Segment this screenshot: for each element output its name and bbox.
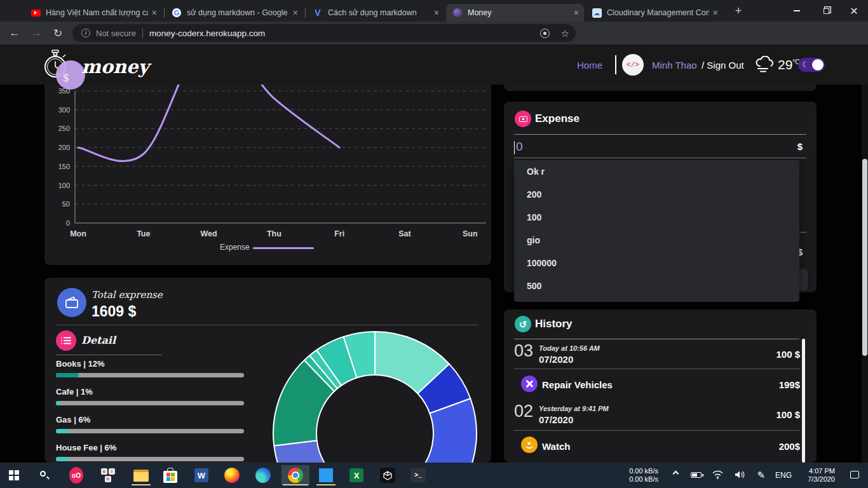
word-icon[interactable]: W	[187, 465, 215, 485]
browser-tab-strip: Hàng Việt Nam chất lượng cao × G sử dụng…	[0, 0, 868, 22]
restore-button[interactable]	[812, 0, 840, 22]
new-tab-button[interactable]: +	[729, 4, 747, 17]
reload-icon[interactable]: ↻	[51, 26, 65, 40]
file-explorer-icon[interactable]	[127, 465, 155, 485]
bar-house-fee	[56, 457, 244, 461]
bar-label-gas: Gas | 6%	[56, 415, 90, 424]
network-speed-monitor[interactable]: 0.00 kB/s 0.00 kB/s	[629, 467, 658, 484]
volume-icon[interactable]	[735, 470, 745, 481]
money-favicon	[452, 8, 463, 18]
minimize-button[interactable]	[783, 0, 811, 22]
banknote-icon	[515, 111, 531, 127]
keyboard-layout-icon[interactable]: uin	[94, 465, 122, 485]
form-divider	[514, 134, 806, 135]
tray-chevron-icon[interactable]	[674, 471, 680, 478]
tab-title: Hàng Việt Nam chất lượng cao	[46, 8, 148, 17]
history-row-divider	[514, 430, 799, 431]
tab-close-icon[interactable]: ×	[434, 8, 439, 18]
detail-list-icon	[56, 330, 76, 351]
bar-gas	[56, 429, 244, 433]
dropdown-option[interactable]: 100000	[514, 252, 799, 274]
omnibox-divider	[142, 28, 143, 38]
total-expense-card: Total exprense 1609 $ Detail Books | 12%…	[44, 278, 491, 463]
clock[interactable]: 4:07 PM 7/3/2020	[808, 467, 835, 484]
expense-form-title: Expense	[535, 112, 580, 125]
nav-home-link[interactable]: Home	[577, 60, 602, 71]
svg-text:150: 150	[58, 163, 70, 170]
terminal-icon[interactable]: >_	[404, 465, 432, 485]
forward-icon[interactable]: →	[29, 26, 43, 40]
action-center-icon[interactable]	[850, 471, 859, 478]
tray-date: 7/3/2020	[808, 475, 835, 484]
tab-close-icon[interactable]: ×	[713, 8, 718, 18]
history-item-name: Repair Vehicles	[542, 379, 613, 390]
page-scrollbar-track[interactable]	[862, 44, 868, 463]
edge-icon[interactable]	[249, 465, 277, 485]
svg-text:Thu: Thu	[267, 229, 281, 238]
amount-input[interactable]: 0 $	[514, 140, 806, 156]
tab-money-active[interactable]: Money ×	[446, 4, 584, 22]
code-badge-icon[interactable]: </>	[622, 54, 644, 76]
3d-viewer-icon[interactable]	[374, 465, 402, 485]
chrome-icon-active[interactable]	[281, 465, 309, 485]
vscode-icon[interactable]	[312, 465, 340, 485]
chart-legend-label[interactable]: Expense	[220, 243, 250, 252]
dropdown-option[interactable]: gio	[514, 229, 799, 252]
info-icon[interactable]: i	[81, 29, 90, 37]
microsoft-store-icon[interactable]	[156, 465, 184, 485]
dropdown-option[interactable]: 100	[514, 206, 799, 229]
user-name-link[interactable]: Minh Thao	[652, 60, 697, 71]
tab-title: Money	[468, 8, 570, 17]
money-app-page: $ money Home </> Minh Thao / Sign Out 29…	[0, 44, 868, 463]
excel-icon[interactable]: X	[342, 465, 370, 485]
svg-text:Wed: Wed	[201, 229, 217, 238]
tab-cloudinary[interactable]: ☁ Cloudinary Management Cons ×	[585, 4, 723, 22]
wifi-icon[interactable]	[712, 470, 723, 481]
chart-legend-line	[253, 247, 314, 249]
header-divider	[615, 55, 616, 74]
language-indicator[interactable]: ENG	[775, 471, 792, 480]
pen-icon[interactable]: ✎	[757, 470, 765, 481]
tab-close-icon[interactable]: ×	[574, 8, 579, 18]
svg-text:50: 50	[62, 200, 70, 208]
tab-markdown[interactable]: V Cách sử dụng markdown ×	[306, 4, 444, 22]
amount-underline	[514, 158, 806, 158]
unikey-icon[interactable]: oO	[62, 465, 90, 485]
tab-google-search[interactable]: G sử dụng markdown - Google S ×	[165, 4, 303, 22]
svg-text:100: 100	[58, 182, 70, 189]
start-button[interactable]	[0, 465, 28, 485]
site-header: $ money Home </> Minh Thao / Sign Out 29…	[0, 44, 868, 85]
page-scrollbar-thumb[interactable]	[862, 159, 867, 356]
history-when: Today at 10:56 AM	[539, 344, 600, 352]
bar-label-cafe: Cafe | 1%	[56, 387, 93, 396]
dark-mode-toggle[interactable]: ☾	[798, 58, 825, 72]
dropdown-option[interactable]: 500	[514, 274, 799, 297]
history-row-divider	[514, 369, 799, 369]
dropdown-option[interactable]: Ok r	[514, 160, 799, 183]
currency-symbol: $	[797, 141, 803, 152]
history-scrollbar[interactable]	[802, 339, 805, 463]
dropdown-option[interactable]: 200	[514, 183, 799, 206]
svg-text:Sun: Sun	[463, 229, 478, 238]
browser-toolbar: ← → ↻ i Not secure money-coderx.herokuap…	[0, 22, 868, 44]
sign-out-link[interactable]: / Sign Out	[702, 60, 744, 71]
back-icon[interactable]: ←	[8, 26, 22, 40]
close-window-button[interactable]: ✕	[840, 0, 868, 22]
tab-youtube[interactable]: Hàng Việt Nam chất lượng cao ×	[24, 4, 162, 22]
tab-title: Cách sử dụng markdown	[328, 8, 430, 17]
tab-close-icon[interactable]: ×	[152, 8, 157, 18]
youtube-favicon	[31, 8, 41, 18]
text-caret	[514, 141, 515, 154]
bar-label-books: Books | 12%	[56, 359, 105, 369]
net-down: 0.00 kB/s	[629, 475, 658, 484]
firefox-icon[interactable]	[218, 465, 246, 485]
bookmark-star-icon[interactable]: ☆	[561, 29, 569, 38]
expense-doughnut-chart	[271, 330, 478, 463]
battery-icon[interactable]	[691, 472, 702, 478]
search-icon[interactable]	[31, 465, 58, 485]
tab-close-icon[interactable]: ×	[293, 8, 298, 18]
history-icon: ↺	[515, 316, 531, 332]
address-bar[interactable]: i Not secure money-coderx.herokuapp.com …	[72, 24, 576, 42]
send-to-device-icon[interactable]	[540, 29, 550, 38]
svg-text:250: 250	[58, 125, 70, 132]
